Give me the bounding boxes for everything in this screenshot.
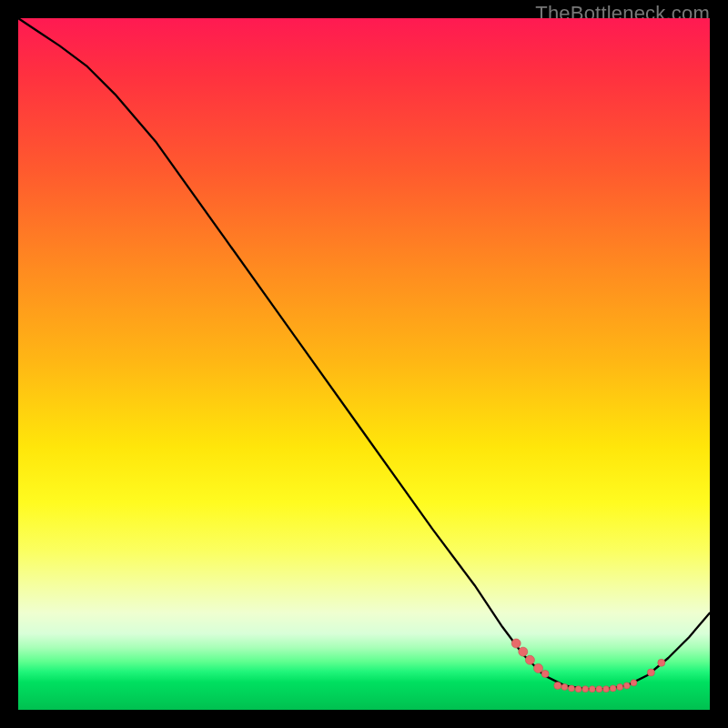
plot-area — [18, 18, 710, 710]
heat-gradient — [18, 18, 710, 710]
chart-stage: TheBottleneck.com — [0, 0, 728, 728]
